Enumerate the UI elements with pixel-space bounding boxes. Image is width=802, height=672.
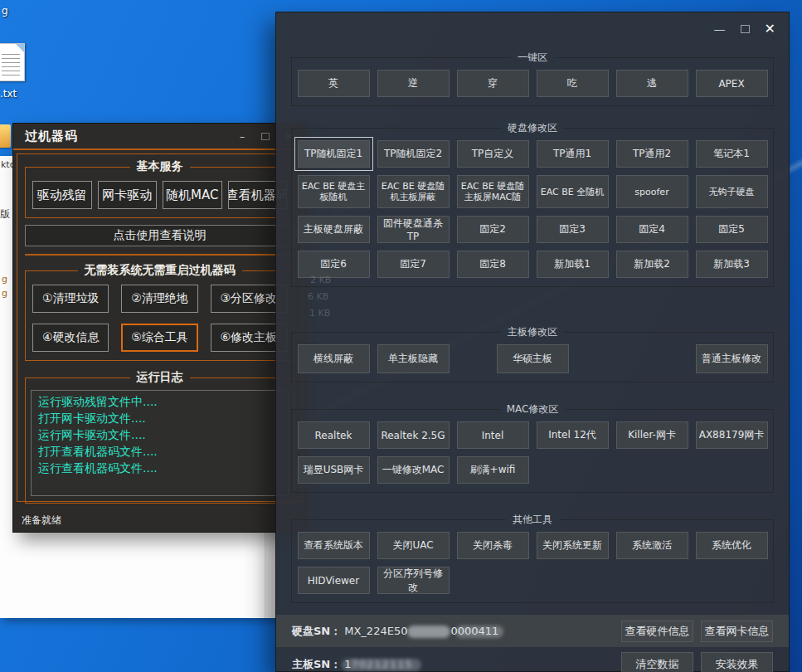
disk-button[interactable]: 固定8 (457, 251, 529, 278)
tool-button[interactable]: 关闭UAC (377, 532, 450, 559)
view-hardware-info-button[interactable]: 查看硬件信息 (621, 621, 693, 642)
tool-button[interactable]: HIDViewer (298, 567, 370, 594)
disk-button[interactable]: TP随机固定2 (377, 140, 450, 168)
disk-button[interactable]: 新加载3 (696, 251, 768, 278)
mac-button[interactable]: 瑞昱USB网卡 (298, 456, 370, 484)
onekey-button[interactable]: 吃 (537, 70, 609, 97)
board-button[interactable]: 横线屏蔽 (298, 344, 370, 373)
file-list-fragment: g (2, 274, 7, 285)
mac-button[interactable]: Killer-网卡 (616, 421, 688, 449)
group-title: 一键区 (511, 51, 554, 65)
board-button[interactable]: 华硕主板 (497, 344, 569, 373)
basic-service-button[interactable]: 驱动残留 (32, 181, 92, 209)
file-list-fragment: g (2, 288, 7, 299)
mac-row-1: RealtekRealtek 2.5GIntelIntel 12代Killer-… (297, 421, 768, 449)
tool-button[interactable]: 关闭系统更新 (537, 532, 609, 559)
basic-service-button[interactable]: 网卡驱动 (98, 181, 158, 209)
right-titlebar[interactable]: — ✕ (276, 12, 789, 46)
disk-button[interactable]: 固定2 (457, 216, 529, 243)
disk-button[interactable]: spoofer (616, 175, 688, 208)
board-button[interactable]: 单主板隐藏 (377, 344, 450, 373)
disk-button[interactable]: EAC BE 硬盘主板随机 (298, 175, 370, 208)
disk-button[interactable]: TP通用1 (537, 140, 609, 168)
disk-button[interactable]: TP随机固定1 (298, 140, 370, 168)
disk-button[interactable]: 新加载2 (616, 251, 688, 278)
disk-button[interactable]: 笔记本1 (696, 140, 768, 168)
disk-button[interactable]: 固件硬盘通杀TP (377, 216, 450, 243)
left-window-title: 过机器码 (25, 129, 78, 144)
text-file-icon[interactable] (0, 43, 25, 81)
disk-button[interactable]: 固定5 (696, 216, 768, 243)
disk-button[interactable]: 新加载1 (537, 251, 609, 278)
basic-service-button[interactable]: 随机MAC (163, 181, 222, 209)
text-file-label[interactable]: .txt (0, 88, 17, 100)
noreboot-step-button[interactable]: ②清理绝地 (121, 285, 197, 313)
minimize-icon[interactable]: – (236, 130, 248, 143)
install-effect-button[interactable]: 安装效果 (701, 652, 773, 672)
usage-help-button[interactable]: 点击使用查看说明 (25, 225, 294, 246)
log-line: 打开网卡驱动文件.... (38, 410, 281, 426)
desktop: g .txt kto 版 g g 过机器码 – ✕ 基本服务 驱动残留网卡驱动随… (0, 0, 802, 672)
disk-button[interactable]: EAC BE 硬盘随机主板屏蔽 (377, 175, 450, 208)
mac-button[interactable]: 一键修改MAC (377, 456, 450, 484)
mac-button[interactable]: AX88179网卡 (696, 421, 768, 449)
disk-row-4: 固定6固定7固定8新加载1新加载2新加载3 (297, 251, 768, 278)
group-title: MAC修改区 (500, 402, 566, 416)
tool-button[interactable]: 查看系统版本 (298, 532, 370, 559)
disk-button[interactable]: TP自定义 (457, 140, 529, 168)
noreboot-step-button[interactable]: ④硬改信息 (32, 324, 109, 352)
group-title: 运行日志 (130, 370, 190, 385)
basic-buttons-row: 驱动残留网卡驱动随机MAC查看机器码 (32, 181, 287, 209)
disk-button[interactable]: 主板硬盘屏蔽 (298, 216, 370, 243)
onekey-button[interactable]: 逃 (616, 70, 688, 97)
machine-code-window: 过机器码 – ✕ 基本服务 驱动残留网卡驱动随机MAC查看机器码 点击使用查看说… (12, 123, 307, 533)
tool-button[interactable]: 分区序列号修改 (377, 567, 450, 594)
maximize-icon[interactable] (261, 133, 270, 140)
mac-button[interactable]: 刷满+wifi (457, 456, 529, 484)
maximize-icon[interactable] (741, 25, 750, 33)
disk-button[interactable]: 固定4 (616, 216, 688, 243)
mac-button[interactable]: Intel (457, 421, 529, 449)
board-button[interactable]: 普通主板修改 (696, 344, 768, 373)
file-list-fragment: 版 (0, 207, 10, 222)
status-bar: 准备就绪 (22, 514, 61, 528)
noreboot-step-button[interactable]: ⑤综合工具 (121, 324, 197, 352)
run-log-box[interactable]: 运行驱动残留文件中....打开网卡驱动文件....运行网卡驱动文件....打开查… (31, 390, 289, 496)
disk-button[interactable]: EAC BE 硬盘随 主板屏MAC随 (457, 175, 529, 208)
tool-button[interactable]: 关闭杀毒 (457, 532, 529, 559)
folder-icon[interactable] (0, 124, 11, 148)
noreboot-buttons-grid: ①清理垃圾②清理绝地③分区修改④硬改信息⑤综合工具⑥修改主板 (32, 285, 287, 352)
group-title: 其他工具 (506, 513, 559, 527)
tool-button[interactable]: 系统激活 (616, 532, 688, 559)
onekey-button[interactable]: 穿 (457, 70, 529, 97)
noreboot-step-button[interactable]: ①清理垃圾 (32, 285, 109, 313)
disk-row-2: EAC BE 硬盘主板随机EAC BE 硬盘随机主板屏蔽EAC BE 硬盘随 主… (297, 175, 768, 208)
left-titlebar[interactable]: 过机器码 – ✕ (13, 124, 306, 149)
disk-row-1: TP随机固定1TP随机固定2TP自定义TP通用1TP通用2笔记本1 (297, 140, 768, 168)
disk-sn-value: MX_224E500000411 (344, 625, 503, 638)
disk-button[interactable]: EAC BE 全随机 (537, 175, 609, 208)
onekey-button[interactable]: 英 (298, 70, 370, 97)
mac-button[interactable]: Intel 12代 (537, 421, 609, 449)
disk-button[interactable]: 无钩子硬盘 (696, 175, 768, 208)
group-board-modify: 主板修改区 横线屏蔽 单主板隐藏 华硕主板 普通主板修改 (291, 325, 774, 382)
disk-button[interactable]: 固定6 (298, 251, 370, 278)
disk-button[interactable]: TP通用2 (616, 140, 688, 168)
tool-button[interactable]: 系统优化 (696, 532, 768, 559)
disk-button[interactable]: 固定7 (377, 251, 450, 278)
clear-data-button[interactable]: 清空数据 (621, 652, 693, 672)
view-nic-info-button[interactable]: 查看网卡信息 (701, 621, 773, 642)
desktop-icon-label[interactable]: g (2, 5, 8, 17)
group-noreboot: 无需装系统无需重启过机器码 ①清理垃圾②清理绝地③分区修改④硬改信息⑤综合工具⑥… (25, 263, 294, 361)
tools-row-2: HIDViewer分区序列号修改 (297, 567, 768, 594)
orange-divider (25, 254, 294, 256)
disk-button[interactable]: 固定3 (537, 216, 609, 243)
mac-row-2: 瑞昱USB网卡一键修改MAC刷满+wifi (297, 456, 768, 484)
onekey-button[interactable]: APEX (696, 70, 768, 97)
close-icon[interactable]: ✕ (765, 22, 775, 36)
minimize-icon[interactable]: — (714, 23, 726, 35)
mac-button[interactable]: Realtek (298, 421, 370, 449)
onekey-button[interactable]: 逆 (377, 70, 450, 97)
mac-button[interactable]: Realtek 2.5G (377, 421, 450, 449)
left-window-frame: 基本服务 驱动残留网卡驱动随机MAC查看机器码 点击使用查看说明 无需装系统无需… (17, 153, 303, 502)
